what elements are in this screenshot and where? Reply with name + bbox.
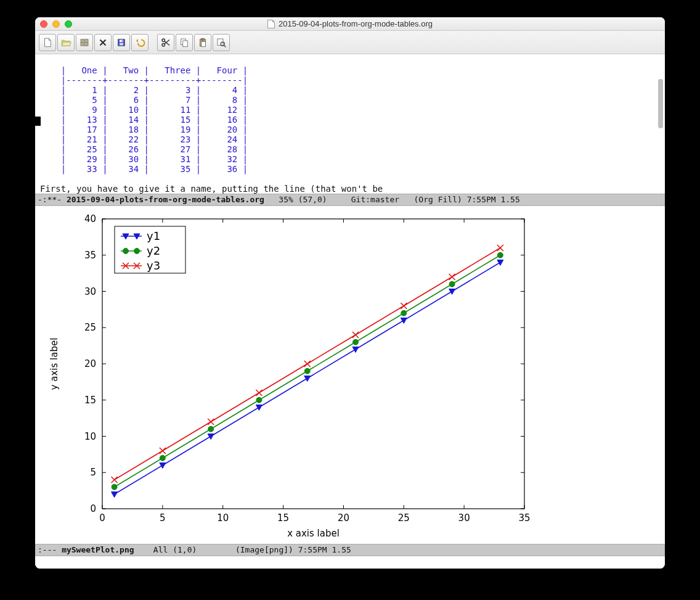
drawer-icon	[79, 37, 90, 48]
modeline-prefix-2: :---	[38, 545, 62, 554]
svg-rect-8	[120, 43, 123, 45]
org-table: | One | Two | Three | Four | |-------+--…	[40, 65, 248, 174]
svg-point-79	[256, 397, 262, 403]
copy-button[interactable]	[176, 34, 193, 51]
svg-point-84	[497, 252, 503, 258]
modeline-time: 7:55PM	[467, 195, 496, 204]
modeline-file: 2015-09-04-plots-from-org-mode-tables.or…	[67, 195, 264, 204]
modeline-mode-2: (Image[png])	[235, 545, 293, 554]
paste-button[interactable]	[194, 34, 211, 51]
editor-pane[interactable]: | One | Two | Three | Four | |-------+--…	[35, 54, 665, 194]
svg-text:5: 5	[160, 512, 166, 524]
close-icon	[97, 37, 108, 48]
svg-text:5: 5	[90, 467, 96, 478]
svg-text:0: 0	[99, 512, 105, 524]
svg-text:10: 10	[84, 431, 96, 442]
image-pane[interactable]: 051015202530350510152025303540x axis lab…	[35, 206, 665, 544]
svg-text:y1: y1	[147, 229, 160, 242]
undo-button[interactable]	[131, 34, 149, 51]
svg-text:30: 30	[84, 286, 96, 297]
svg-text:y2: y2	[147, 244, 160, 257]
text-cursor	[35, 117, 41, 126]
svg-text:y axis label: y axis label	[49, 338, 60, 390]
svg-text:20: 20	[338, 512, 349, 524]
svg-rect-17	[201, 38, 205, 40]
search-button[interactable]	[213, 34, 230, 51]
modeline-percent-2: All	[153, 545, 168, 554]
svg-rect-15	[183, 41, 188, 47]
svg-point-82	[401, 310, 407, 316]
chart: 051015202530350510152025303540x axis lab…	[44, 210, 537, 543]
scrollbar-thumb[interactable]	[658, 79, 663, 128]
window-title: 2015-09-04-plots-from-org-mode-tables.or…	[35, 19, 665, 28]
modeline-bottom: :--- mySweetPlot.png All (1,0) (Image[pn…	[35, 544, 665, 556]
titlebar: 2015-09-04-plots-from-org-mode-tables.or…	[35, 17, 665, 31]
svg-point-76	[112, 484, 117, 490]
dired-button[interactable]	[76, 34, 93, 51]
svg-point-77	[160, 455, 165, 461]
svg-text:x axis label: x axis label	[287, 528, 340, 539]
modeline-pos-2: (1,0)	[173, 545, 197, 554]
svg-text:0: 0	[90, 503, 96, 514]
svg-point-78	[208, 426, 214, 432]
app-window: 2015-09-04-plots-from-org-mode-tables.or…	[35, 17, 665, 569]
modeline-pos: (57,0)	[298, 195, 327, 204]
document-icon	[267, 20, 275, 28]
svg-rect-18	[201, 41, 206, 46]
modeline-file-2: mySweetPlot.png	[62, 545, 134, 554]
kill-buffer-button[interactable]	[94, 34, 112, 51]
window-title-text: 2015-09-04-plots-from-org-mode-tables.or…	[279, 19, 433, 28]
svg-text:y3: y3	[147, 259, 160, 272]
scissors-icon	[160, 37, 171, 48]
svg-point-107	[123, 249, 129, 254]
svg-rect-9	[122, 40, 123, 41]
save-button[interactable]	[113, 34, 130, 51]
new-file-button[interactable]	[39, 34, 56, 51]
search-icon	[216, 37, 227, 48]
svg-point-108	[134, 249, 140, 254]
svg-text:25: 25	[84, 322, 96, 333]
new-file-icon	[42, 37, 53, 48]
copy-icon	[179, 37, 190, 48]
svg-text:10: 10	[217, 512, 229, 524]
svg-text:20: 20	[84, 358, 96, 369]
svg-point-81	[353, 339, 359, 345]
modeline-time-2: 7:55PM	[298, 545, 327, 554]
modeline-top: -:**- 2015-09-04-plots-from-org-mode-tab…	[35, 194, 665, 206]
modeline-load: 1.55	[500, 195, 519, 204]
svg-point-83	[449, 281, 455, 287]
cut-button[interactable]	[157, 34, 174, 51]
svg-text:30: 30	[458, 512, 470, 524]
modeline-load-2: 1.55	[332, 545, 351, 554]
toolbar	[35, 31, 665, 54]
open-file-button[interactable]	[57, 34, 75, 51]
svg-text:40: 40	[84, 213, 96, 224]
open-folder-icon	[60, 37, 71, 48]
modeline-mode: (Org Fill)	[414, 195, 462, 204]
svg-point-80	[304, 368, 310, 374]
modeline-vc: Git:master	[351, 195, 399, 204]
undo-icon	[134, 37, 145, 48]
svg-text:35: 35	[84, 250, 96, 261]
svg-line-21	[224, 45, 226, 47]
modeline-percent: 35%	[279, 195, 293, 204]
svg-text:15: 15	[277, 512, 289, 524]
prose-text: First, you have to give it a name, putti…	[40, 184, 383, 194]
svg-text:25: 25	[398, 512, 410, 524]
paste-icon	[197, 37, 208, 48]
save-icon	[116, 37, 127, 48]
svg-text:15: 15	[84, 395, 96, 406]
svg-text:35: 35	[518, 512, 530, 524]
modeline-prefix: -:**-	[38, 195, 67, 204]
minibuffer[interactable]	[35, 556, 665, 569]
